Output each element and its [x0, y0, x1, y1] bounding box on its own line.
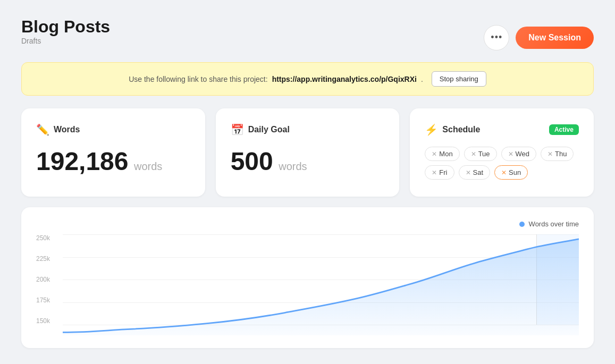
- y-label-150k: 150k: [36, 317, 60, 325]
- legend-dot: [519, 222, 525, 227]
- schedule-label: Schedule: [442, 125, 480, 134]
- banner-link[interactable]: https://app.writinganalytics.co/p/GqixRX…: [272, 75, 417, 83]
- legend-label: Words over time: [529, 220, 579, 228]
- day-chip-fri[interactable]: ✕ Fri: [425, 165, 454, 180]
- calendar-icon: 📅: [231, 123, 244, 136]
- y-label-175k: 175k: [36, 297, 60, 304]
- daily-goal-unit: words: [279, 160, 307, 172]
- day-chip-wed[interactable]: ✕ Wed: [501, 147, 537, 161]
- day-x-icon-mon: ✕: [432, 150, 437, 158]
- schedule-card: ⚡ Schedule Active ✕ Mon ✕ Tue ✕ Wed ✕ Th…: [410, 108, 594, 197]
- banner-text-prefix: Use the following link to share this pro…: [129, 75, 267, 83]
- words-card: ✏️ Words 192,186 words: [21, 108, 205, 197]
- page-title: Blog Posts: [21, 17, 110, 37]
- schedule-header-left: ⚡ Schedule: [425, 123, 480, 136]
- active-badge: Active: [549, 124, 579, 135]
- banner-text-suffix: .: [421, 75, 423, 83]
- day-chip-sat[interactable]: ✕ Sat: [459, 165, 491, 180]
- daily-goal-count: 500: [231, 147, 273, 175]
- chart-area-fill: [63, 239, 579, 335]
- header-actions: ••• New Session: [484, 25, 594, 50]
- new-session-button[interactable]: New Session: [516, 27, 594, 49]
- day-x-icon-wed: ✕: [508, 150, 513, 158]
- pencil-icon: ✏️: [36, 123, 49, 136]
- daily-goal-card-header: 📅 Daily Goal: [231, 123, 385, 136]
- daily-goal-value-row: 500 words: [231, 147, 385, 176]
- day-x-icon-fri: ✕: [432, 169, 437, 176]
- day-x-icon-thu: ✕: [547, 150, 553, 158]
- day-label-fri: Fri: [439, 168, 447, 176]
- schedule-card-header: ⚡ Schedule Active: [425, 123, 579, 136]
- day-label-mon: Mon: [439, 150, 452, 158]
- words-card-label: Words: [54, 125, 80, 134]
- chart-legend: Words over time: [36, 220, 579, 228]
- daily-goal-card: 📅 Daily Goal 500 words: [216, 108, 400, 197]
- day-label-sun: Sun: [509, 168, 521, 176]
- share-banner: Use the following link to share this pro…: [21, 62, 594, 96]
- y-label-250k: 250k: [36, 234, 60, 242]
- chart-card: Words over time 250k 225k 200k 175k 150k: [21, 207, 594, 348]
- page-header: Blog Posts Drafts ••• New Session: [21, 17, 594, 58]
- y-label-200k: 200k: [36, 276, 60, 283]
- day-label-thu: Thu: [555, 150, 567, 158]
- day-chip-sun[interactable]: ✕ Sun: [494, 165, 528, 180]
- day-chip-mon[interactable]: ✕ Mon: [425, 147, 459, 161]
- y-label-225k: 225k: [36, 255, 60, 263]
- day-x-icon-tue: ✕: [471, 150, 476, 158]
- title-section: Blog Posts Drafts: [21, 17, 110, 58]
- day-label-sat: Sat: [473, 168, 484, 176]
- daily-goal-label: Daily Goal: [248, 125, 290, 134]
- chart-svg: [63, 234, 579, 335]
- day-label-wed: Wed: [516, 150, 530, 158]
- chart-y-labels: 250k 225k 200k 175k 150k: [36, 234, 60, 325]
- more-button[interactable]: •••: [484, 25, 509, 50]
- cards-row: ✏️ Words 192,186 words 📅 Daily Goal 500 …: [21, 108, 594, 197]
- words-unit: words: [134, 160, 162, 172]
- words-count: 192,186: [36, 147, 129, 175]
- lightning-icon: ⚡: [425, 123, 438, 136]
- chart-area: 250k 225k 200k 175k 150k: [36, 234, 579, 335]
- day-x-icon-sat: ✕: [466, 169, 471, 176]
- stop-sharing-button[interactable]: Stop sharing: [432, 71, 486, 87]
- day-x-icon-sun: ✕: [501, 169, 507, 176]
- words-card-header: ✏️ Words: [36, 123, 190, 136]
- day-label-tue: Tue: [478, 150, 490, 158]
- day-chip-thu[interactable]: ✕ Thu: [541, 147, 574, 161]
- page-subtitle: Drafts: [21, 37, 110, 45]
- schedule-days: ✕ Mon ✕ Tue ✕ Wed ✕ Thu ✕ Fri ✕ Sat: [425, 147, 579, 180]
- words-card-value-row: 192,186 words: [36, 147, 190, 176]
- day-chip-tue[interactable]: ✕ Tue: [464, 147, 497, 161]
